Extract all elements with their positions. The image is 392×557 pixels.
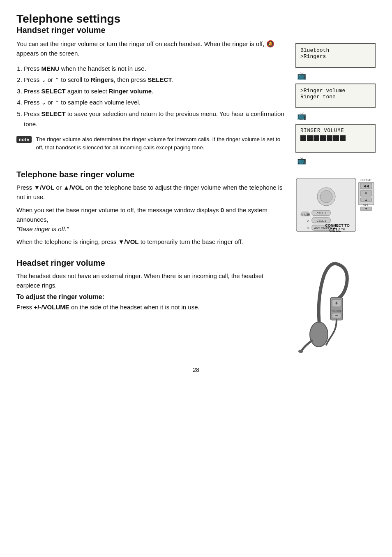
screen1-line2: >Ringers: [300, 53, 371, 60]
screen2-line2: Ringer tone: [300, 94, 371, 100]
svg-text:▼: ▼: [365, 207, 368, 210]
screen2-line1: >Ringer volume: [300, 88, 371, 94]
vol-bar-6: [333, 135, 339, 141]
svg-text:◀◀: ◀◀: [363, 184, 369, 188]
svg-text:✕: ✕: [364, 191, 368, 195]
svg-text:CONNECT TO: CONNECT TO: [325, 223, 349, 227]
section2-title: Telephone base ringer volume: [16, 170, 287, 179]
vol-bar-3: [314, 135, 319, 141]
headset-illustration: + VOLUME −: [295, 258, 361, 353]
section3-right: + VOLUME −: [295, 258, 376, 354]
phone-base-illustration: IN USE CELL 1 CELL 2 ANS ON/OFF CONNECT …: [295, 174, 376, 234]
scroll-icon-2: 📺: [297, 111, 376, 121]
svg-text:CELL 1: CELL 1: [316, 212, 326, 215]
note-text: The ringer volume also determines the ri…: [36, 135, 287, 152]
screen1-line1: Bluetooth: [300, 47, 371, 53]
scroll-icon-3: 📺: [297, 156, 376, 165]
screen3: RINGER VOLUME: [295, 124, 376, 153]
vol-bar-2: [307, 135, 313, 141]
section2-right: IN USE CELL 1 CELL 2 ANS ON/OFF CONNECT …: [295, 174, 376, 234]
section3-sub: To adjust the ringer volume:: [16, 293, 287, 301]
svg-point-27: [310, 322, 328, 347]
intro-text: You can set the ringer volume or turn th…: [16, 39, 287, 58]
svg-text:IN USE: IN USE: [300, 213, 310, 216]
svg-text:0: 0: [307, 219, 309, 222]
step-2: Press ⌄ or ⌃ to scroll to Ringers, then …: [24, 74, 287, 85]
page-number: 28: [16, 367, 376, 373]
steps-list: Press MENU when the handset is not in us…: [24, 63, 287, 130]
scroll-icon-1: 📺: [297, 71, 376, 80]
screen3-line1: RINGER VOLUME: [300, 128, 371, 134]
section3: Headset ringer volume The headset does n…: [16, 258, 376, 354]
svg-text:0: 0: [307, 227, 309, 230]
screen2: >Ringer volume Ringer tone: [295, 84, 376, 108]
page-title: Telephone settings: [16, 12, 376, 26]
section2: Telephone base ringer volume Press ▼/VOL…: [16, 170, 376, 250]
svg-text:0: 0: [307, 213, 309, 216]
screens-panel: Bluetooth >Ringers 📺 >Ringer volume Ring…: [295, 43, 376, 166]
svg-text:CELL™: CELL™: [329, 227, 346, 232]
vol-bar-4: [320, 135, 326, 141]
section2-p2: When you set the base ringer volume to o…: [16, 205, 287, 234]
section2-p3: When the telephone is ringing, press ▼/V…: [16, 237, 287, 246]
svg-text:+: +: [335, 300, 338, 306]
svg-text:▲: ▲: [365, 198, 368, 201]
step-5: Press SELECT to save your selection and …: [24, 109, 287, 130]
section2-left: Telephone base ringer volume Press ▼/VOL…: [16, 170, 287, 250]
svg-point-34: [298, 350, 303, 353]
step-3: Press SELECT again to select Ringer volu…: [24, 86, 287, 97]
svg-text:CELL 2: CELL 2: [316, 219, 326, 222]
svg-text:REPEAT: REPEAT: [360, 179, 372, 181]
vol-bar-7: [340, 135, 346, 141]
section3-title: Headset ringer volume: [16, 258, 287, 268]
step-4: Press ⌄ or ⌃ to sample each volume level…: [24, 97, 287, 108]
step-1: Press MENU when the handset is not in us…: [24, 63, 287, 74]
section3-left: Headset ringer volume The headset does n…: [16, 258, 287, 316]
section3-press: Press +/-/VOLUME on the side of the head…: [16, 302, 287, 312]
note-box: note The ringer volume also determines t…: [16, 135, 287, 152]
svg-text:−: −: [335, 313, 338, 318]
note-label: note: [16, 136, 32, 143]
vol-bar-1: [300, 135, 306, 141]
section1-title: Handset ringer volume: [16, 26, 376, 35]
section1-left: You can set the ringer volume or turn th…: [16, 39, 287, 166]
screen1: Bluetooth >Ringers: [295, 43, 376, 68]
svg-point-2: [320, 190, 332, 203]
svg-text:VOLUME: VOLUME: [331, 310, 341, 312]
section2-p1: Press ▼/VOL or ▲/VOL on the telephone ba…: [16, 183, 287, 202]
vol-bar-5: [327, 135, 332, 141]
svg-text:VOL: VOL: [363, 204, 369, 207]
section3-intro: The headset does not have an external ri…: [16, 271, 287, 290]
vol-bars: [300, 135, 371, 141]
